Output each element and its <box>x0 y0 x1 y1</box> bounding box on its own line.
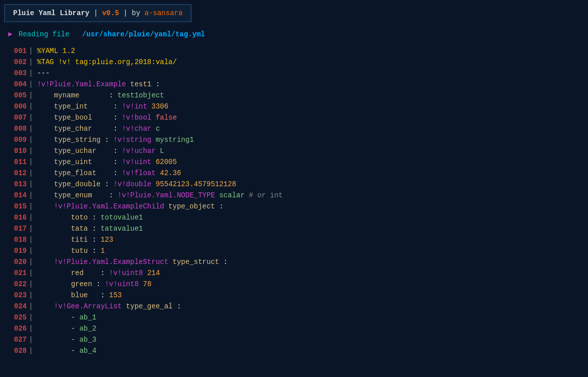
code-line: 019| tutu : 1 <box>4 246 584 257</box>
line-number: 018 <box>4 236 27 244</box>
line-number: 016 <box>4 213 27 222</box>
line-pipe: | <box>29 180 33 188</box>
code-line: 027| - ab_3 <box>4 335 584 346</box>
line-number: 012 <box>4 169 27 177</box>
code-block: 001|%YAML 1.2002|%TAG !v! tag:pluie.org,… <box>0 46 588 357</box>
code-line: 028| - ab_4 <box>4 346 584 357</box>
line-number: 027 <box>4 336 27 344</box>
line-pipe: | <box>29 58 33 66</box>
line-content: %YAML 1.2 <box>37 47 75 55</box>
app-title: Pluie Yaml Library <box>13 9 89 17</box>
line-content: type_string : !v!string mystring1 <box>37 136 194 144</box>
line-number: 013 <box>4 180 27 188</box>
line-content: green : !v!uint8 78 <box>37 280 151 288</box>
line-content: !v!Gee.ArrayList type_gee_al : <box>37 302 181 310</box>
code-line: 018| titi : 123 <box>4 235 584 246</box>
code-line: 008| type_char : !v!char c <box>4 124 584 135</box>
line-number: 019 <box>4 247 27 255</box>
code-line: 002|%TAG !v! tag:pluie.org,2018:vala/ <box>4 58 584 69</box>
line-number: 009 <box>4 136 27 144</box>
line-content: %TAG !v! tag:pluie.org,2018:vala/ <box>37 58 177 66</box>
line-number: 021 <box>4 269 27 277</box>
line-content: - ab_1 <box>37 313 96 321</box>
line-pipe: | <box>29 69 33 77</box>
code-line: 017| tata : tatavalue1 <box>4 224 584 235</box>
header: Pluie Yaml Library | v0.5 | by a-sansara <box>0 0 588 26</box>
line-number: 028 <box>4 347 27 355</box>
line-content: tutu : 1 <box>37 247 104 255</box>
line-pipe: | <box>29 102 33 111</box>
line-content: type_float : !v!float 42.36 <box>37 169 181 177</box>
arrow-icon: ► <box>8 30 12 38</box>
line-pipe: | <box>29 47 33 55</box>
line-content: !v!Pluie.Yaml.Example test1 : <box>37 80 160 88</box>
line-number: 011 <box>4 158 27 166</box>
line-number: 008 <box>4 125 27 133</box>
line-content: - ab_2 <box>37 325 96 333</box>
line-pipe: | <box>29 258 33 266</box>
line-pipe: | <box>29 80 33 88</box>
line-content: --- <box>37 69 49 77</box>
code-line: 004|!v!Pluie.Yaml.Example test1 : <box>4 80 584 91</box>
line-pipe: | <box>29 191 33 199</box>
line-number: 001 <box>4 47 27 55</box>
line-content: titi : 123 <box>37 236 113 244</box>
code-line: 021| red : !v!uint8 214 <box>4 268 584 280</box>
line-content: blue : 153 <box>37 291 122 299</box>
line-pipe: | <box>29 114 33 122</box>
code-line: 016| toto : totovalue1 <box>4 213 584 224</box>
line-number: 014 <box>4 191 27 199</box>
line-content: myname : test1object <box>37 91 164 99</box>
code-line: 013| type_double : !v!double 95542123.45… <box>4 180 584 191</box>
code-line: 001|%YAML 1.2 <box>4 46 584 58</box>
code-line: 026| - ab_2 <box>4 324 584 335</box>
reading-space <box>74 30 78 38</box>
line-content: type_enum : !v!Pluie.Yaml.NODE_TYPE scal… <box>37 191 282 199</box>
line-number: 025 <box>4 313 27 321</box>
line-content: tata : tatavalue1 <box>37 225 143 233</box>
code-line: 012| type_float : !v!float 42.36 <box>4 169 584 180</box>
line-content: - ab_4 <box>37 347 96 355</box>
code-line: 022| green : !v!uint8 78 <box>4 280 584 291</box>
line-content: !v!Pluie.Yaml.ExampleStruct type_struct … <box>37 258 227 266</box>
line-pipe: | <box>29 225 33 233</box>
code-line: 003|--- <box>4 69 584 80</box>
line-pipe: | <box>29 280 33 288</box>
code-line: 009| type_string : !v!string mystring1 <box>4 135 584 146</box>
line-pipe: | <box>29 247 33 255</box>
reading-label: Reading file <box>19 30 70 38</box>
line-number: 015 <box>4 202 27 210</box>
line-number: 026 <box>4 325 27 333</box>
line-pipe: | <box>29 313 33 321</box>
line-content: - ab_3 <box>37 336 96 344</box>
code-line: 024| !v!Gee.ArrayList type_gee_al : <box>4 302 584 313</box>
line-pipe: | <box>29 202 33 210</box>
line-content: type_uchar : !v!uchar L <box>37 147 164 155</box>
line-pipe: | <box>29 158 33 166</box>
reading-section: ► Reading file /usr/share/pluie/yaml/tag… <box>0 26 588 42</box>
file-path: /usr/share/pluie/yaml/tag.yml <box>82 30 205 38</box>
author-name: a-sansara <box>145 9 183 17</box>
line-content: type_char : !v!char c <box>37 125 160 133</box>
code-line: 006| type_int : !v!int 3306 <box>4 102 584 113</box>
line-number: 002 <box>4 58 27 66</box>
line-pipe: | <box>29 125 33 133</box>
line-pipe: | <box>29 213 33 222</box>
line-content: type_int : !v!int 3306 <box>37 102 168 111</box>
header-separator: | <box>94 9 102 17</box>
code-line: 010| type_uchar : !v!uchar L <box>4 146 584 157</box>
line-pipe: | <box>29 169 33 177</box>
code-line: 014| type_enum : !v!Pluie.Yaml.NODE_TYPE… <box>4 191 584 202</box>
version-badge: v0.5 <box>102 9 119 17</box>
line-content: type_bool : !v!bool false <box>37 114 177 122</box>
line-pipe: | <box>29 236 33 244</box>
code-line: 015| !v!Pluie.Yaml.ExampleChild type_obj… <box>4 202 584 213</box>
header-pipe: | <box>123 9 132 17</box>
line-pipe: | <box>29 269 33 277</box>
code-line: 020| !v!Pluie.Yaml.ExampleStruct type_st… <box>4 257 584 268</box>
line-number: 006 <box>4 102 27 111</box>
line-number: 024 <box>4 302 27 310</box>
code-line: 025| - ab_1 <box>4 313 584 324</box>
line-pipe: | <box>29 347 33 355</box>
line-number: 017 <box>4 225 27 233</box>
